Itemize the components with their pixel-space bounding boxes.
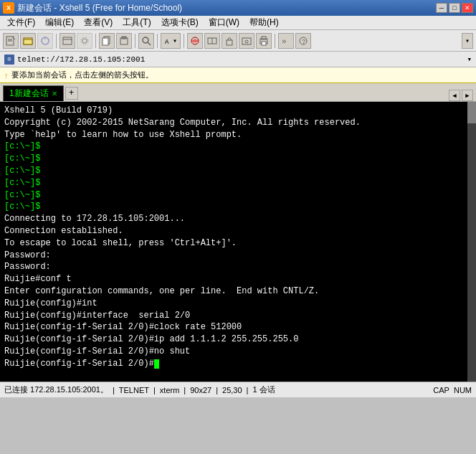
terminal-line: [c:\~]$ (4, 177, 472, 189)
terminal-line: Ruijie(config)#interface serial 2/0 (4, 310, 472, 322)
tab-bar: 1新建会话 ✕ + ◀ ▶ (0, 83, 476, 102)
status-sep-1: | (113, 386, 115, 394)
hint-text: 要添加当前会话，点击左侧的箭头按钮。 (11, 70, 153, 80)
menu-bar: 文件(F) 编辑(E) 查看(V) 工具(T) 选项卡(B) 窗口(W) 帮助(… (0, 16, 476, 30)
app-window: X 新建会话 - Xshell 5 (Free for Home/School)… (0, 0, 476, 454)
title-bar-left: X 新建会话 - Xshell 5 (Free for Home/School) (3, 2, 182, 14)
svg-point-24 (245, 40, 248, 43)
svg-rect-23 (242, 38, 251, 44)
toolbar-separator-5 (184, 34, 184, 48)
svg-rect-8 (63, 37, 72, 44)
svg-rect-13 (103, 38, 108, 45)
terminal-line: Ruijie#conf t (4, 273, 472, 285)
status-bar: 已连接 172.28.15.105:2001。 | TELNET | xterm… (0, 382, 476, 397)
screenshot-button[interactable] (239, 33, 254, 49)
title-controls: ─ □ ✕ (436, 3, 473, 13)
paste-button[interactable] (116, 33, 132, 49)
status-size: 90x27 (190, 386, 211, 394)
menu-file[interactable]: 文件(F) (3, 16, 39, 29)
color-button[interactable] (187, 33, 203, 49)
svg-text:A: A (165, 39, 169, 45)
toolbar: A ▾ » ? ▾ (0, 30, 476, 52)
tab-new-session[interactable]: 1新建会话 ✕ (3, 85, 64, 101)
help-button[interactable]: ? (295, 33, 311, 49)
toolbar-separator-2 (95, 34, 96, 48)
terminal-line: [c:\~]$ (4, 189, 472, 202)
app-icon: X (3, 2, 14, 14)
menu-help[interactable]: 帮助(H) (245, 16, 283, 29)
print-button[interactable] (256, 33, 272, 49)
toolbar-separator-4 (157, 34, 158, 48)
terminal-line: [c:\~]$ (4, 201, 472, 213)
terminal-line: Password: (4, 261, 472, 273)
status-sep-3: | (184, 386, 186, 394)
tab-scroll-right[interactable]: ▶ (462, 90, 473, 101)
svg-text:?: ? (302, 39, 305, 46)
hint-icon: ↑ (4, 71, 9, 80)
svg-line-17 (148, 42, 151, 45)
address-text: telnet://172.28.15.105:2001 (17, 55, 145, 64)
menu-tools[interactable]: 工具(T) (118, 16, 155, 29)
find-button[interactable] (138, 33, 154, 49)
menu-view[interactable]: 查看(V) (80, 16, 117, 29)
preferences-button[interactable] (77, 33, 92, 49)
status-sessions: 1 会话 (252, 384, 275, 395)
terminal-line: Ruijie(config-if-Serial 2/0)#ip add 1.1.… (4, 334, 472, 346)
open-button[interactable] (20, 33, 36, 49)
status-sep-2: | (153, 386, 156, 394)
terminal-line: Xshell 5 (Build 0719) (4, 105, 472, 117)
terminal-line: Connection established. (4, 225, 472, 237)
connect-button[interactable] (37, 33, 53, 49)
menu-edit[interactable]: 编辑(E) (41, 16, 78, 29)
svg-point-10 (82, 39, 87, 43)
terminal-line: Ruijie(config)#int (4, 298, 472, 310)
menu-window[interactable]: 窗口(W) (204, 16, 244, 29)
lock-button[interactable] (222, 33, 237, 49)
terminal-line: Enter configuration commands, one per li… (4, 285, 472, 298)
status-position: 25,30 (222, 386, 242, 394)
tab-close-icon[interactable]: ✕ (52, 90, 57, 98)
transfer-button[interactable] (204, 33, 220, 49)
connection-icon: ⊙ (4, 55, 14, 65)
address-dropdown[interactable]: ▾ (467, 55, 472, 64)
title-bar: X 新建会话 - Xshell 5 (Free for Home/School)… (0, 0, 476, 16)
svg-rect-27 (262, 42, 266, 45)
status-sep-5: | (247, 386, 249, 394)
terminal-line: To escape to local shell, press 'Ctrl+Al… (4, 237, 472, 250)
status-protocol: TELNET (119, 386, 149, 394)
terminal-line: Password: (4, 250, 472, 262)
font-dropdown[interactable]: A ▾ (161, 33, 181, 49)
scrollbar-thumb[interactable] (467, 102, 476, 123)
address-bar: ⊙ telnet://172.28.15.105:2001 ▾ (0, 52, 476, 67)
svg-rect-5 (24, 39, 32, 44)
status-caps: CAP (433, 386, 449, 394)
status-sep-4: | (216, 386, 218, 394)
right-dropdown[interactable]: ▾ (462, 33, 473, 49)
terminal-scrollbar[interactable] (467, 102, 476, 382)
maximize-button[interactable]: □ (449, 3, 460, 13)
new-session-button[interactable] (3, 33, 19, 49)
terminal-line: Ruijie(config-if-Serial 2/0)#no shut (4, 346, 472, 358)
toolbar-separator-6 (275, 34, 275, 48)
tab-label: 1新建会话 (9, 88, 49, 100)
tab-add-button[interactable]: + (65, 87, 78, 100)
terminal-line: Ruijie(config-if-Serial 2/0)# (4, 358, 472, 370)
terminal-line: [c:\~]$ (4, 141, 472, 153)
toolbar-separator-3 (135, 34, 135, 48)
terminal[interactable]: Xshell 5 (Build 0719)Copyright (c) 2002-… (0, 102, 476, 373)
extend-button[interactable]: » (278, 33, 294, 49)
minimize-button[interactable]: ─ (436, 3, 447, 13)
toolbar-separator-1 (56, 34, 57, 48)
status-num: NUM (454, 386, 472, 394)
tab-navigation: ◀ ▶ (449, 90, 473, 101)
session-manager-button[interactable] (60, 33, 75, 49)
terminal-line: Type `help' to learn how to use Xshell p… (4, 129, 472, 141)
terminal-line: [c:\~]$ (4, 153, 472, 165)
tab-scroll-left[interactable]: ◀ (449, 90, 460, 101)
terminal-line: Copyright (c) 2002-2015 NetSarang Comput… (4, 117, 472, 129)
menu-tabs[interactable]: 选项卡(B) (157, 16, 203, 29)
copy-button[interactable] (99, 33, 115, 49)
close-button[interactable]: ✕ (462, 3, 473, 13)
svg-point-16 (143, 37, 148, 43)
status-terminal: xterm (160, 386, 180, 394)
